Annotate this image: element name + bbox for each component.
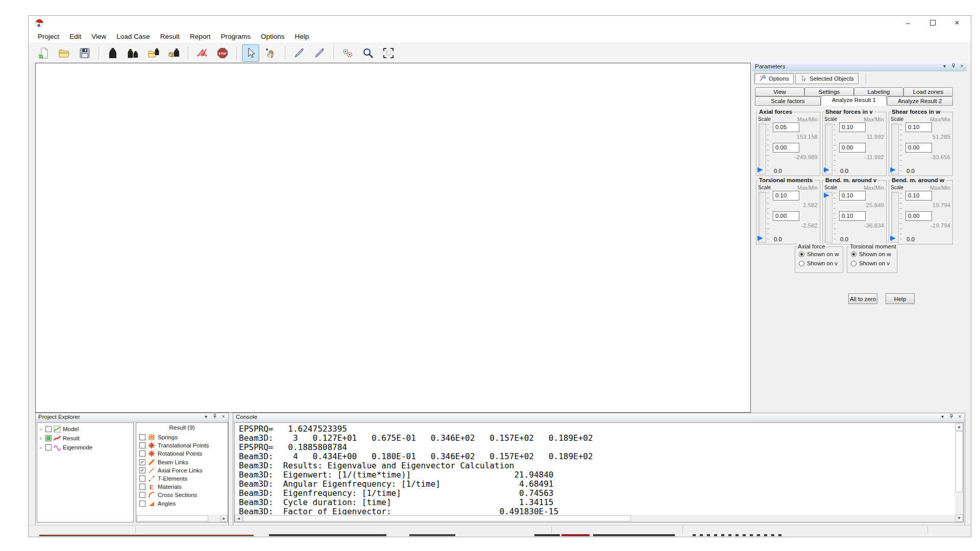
pin-icon[interactable] <box>950 63 957 70</box>
scale-slider-track[interactable] <box>891 192 899 243</box>
list-item-beam-links[interactable]: ✓Beam Links <box>139 459 188 466</box>
scrollbar-thumb[interactable] <box>137 515 208 521</box>
expand-chevron-icon[interactable]: > <box>39 436 43 441</box>
stop-button[interactable]: STOP <box>214 44 231 62</box>
list-checkbox[interactable] <box>139 492 145 498</box>
list-checkbox[interactable] <box>139 500 145 507</box>
radio-option[interactable]: Shown on w <box>851 251 891 257</box>
scale-slider-track[interactable] <box>758 192 766 243</box>
offset-value-input[interactable]: 0.00 <box>773 143 799 153</box>
list-checkbox[interactable]: ✓ <box>139 459 145 465</box>
menu-item-project[interactable]: Project <box>33 30 64 43</box>
scroll-down-icon[interactable]: ▼ <box>955 514 963 522</box>
expand-chevron-icon[interactable]: > <box>39 427 43 432</box>
mode-button-selected-objects[interactable]: Selected Objects <box>795 73 859 84</box>
scale-value-input[interactable]: 0.10 <box>839 191 866 201</box>
list-item-angles[interactable]: Angles <box>139 500 176 507</box>
save-model-button[interactable] <box>76 44 93 62</box>
tree-item-result[interactable]: >Result <box>39 435 80 442</box>
kinematics-button[interactable] <box>339 44 356 62</box>
close-icon[interactable]: × <box>959 63 965 70</box>
draw-link-button[interactable] <box>311 44 328 62</box>
tab-view[interactable]: View <box>755 87 804 96</box>
console-hscrollbar[interactable]: ◄ <box>235 515 955 522</box>
radio-selected-icon[interactable] <box>851 252 856 257</box>
scale-slider-thumb[interactable] <box>757 236 763 241</box>
list-checkbox[interactable] <box>139 484 145 490</box>
list-item-rotational-points[interactable]: Rotational Points <box>139 450 202 457</box>
scale-value-input[interactable]: 0.10 <box>905 191 932 201</box>
radio-unselected-icon[interactable] <box>851 261 856 266</box>
import-load-case-button[interactable] <box>165 44 183 62</box>
radio-option[interactable]: Shown on v <box>799 260 838 266</box>
zoom-extents-button[interactable] <box>380 44 397 62</box>
menu-item-help[interactable]: Help <box>289 30 314 43</box>
draw-beam-button[interactable] <box>290 44 308 62</box>
list-item-translational-points[interactable]: Translational Points <box>139 442 209 449</box>
list-checkbox[interactable] <box>139 450 145 457</box>
tree-checkbox[interactable] <box>45 444 52 450</box>
expand-chevron-icon[interactable]: > <box>39 445 43 450</box>
pin-icon[interactable] <box>948 414 954 420</box>
list-checkbox[interactable] <box>139 434 145 440</box>
menu-item-view[interactable]: View <box>86 30 111 43</box>
list-item-axial-force-links[interactable]: ✓Axial Force Links <box>139 467 203 474</box>
offset-value-input[interactable]: 0.00 <box>905 143 932 153</box>
menu-item-options[interactable]: Options <box>256 30 290 43</box>
scale-slider-thumb[interactable] <box>824 167 829 172</box>
close-icon[interactable]: × <box>957 414 963 420</box>
scale-slider-thumb[interactable] <box>824 193 829 198</box>
scale-slider-track[interactable] <box>825 192 832 243</box>
scale-slider-thumb[interactable] <box>757 167 763 172</box>
scale-slider-thumb[interactable] <box>890 167 896 172</box>
scroll-up-icon[interactable]: ▲ <box>955 423 963 431</box>
close-button[interactable]: × <box>945 16 969 30</box>
list-checkbox[interactable]: ✓ <box>139 467 145 473</box>
load-case-button[interactable] <box>104 44 121 62</box>
tab-load-zones[interactable]: Load zones <box>903 87 953 96</box>
model-3d-viewport[interactable] <box>35 63 751 413</box>
select-tool-button[interactable] <box>242 44 259 62</box>
new-model-button[interactable] <box>35 44 53 62</box>
scale-slider-track[interactable] <box>891 123 899 174</box>
scrollbar-thumb[interactable] <box>955 431 963 492</box>
tree-checkbox[interactable] <box>45 435 52 441</box>
chevron-down-icon[interactable]: ▾ <box>939 414 946 420</box>
offset-value-input[interactable]: 0.00 <box>905 211 932 221</box>
open-model-button[interactable] <box>56 44 73 62</box>
radio-selected-icon[interactable] <box>799 252 804 257</box>
scroll-right-icon[interactable]: ► <box>220 515 228 522</box>
list-item-cross-sections[interactable]: Cross Sections <box>139 491 197 498</box>
list-item-materials[interactable]: EMaterials <box>139 483 182 490</box>
maximize-button[interactable] <box>921 16 944 30</box>
mode-button-options[interactable]: Options <box>754 73 794 84</box>
calculate-button[interactable] <box>193 44 211 62</box>
menu-item-edit[interactable]: Edit <box>64 30 86 43</box>
radio-unselected-icon[interactable] <box>799 261 804 266</box>
scale-value-input[interactable]: 0.10 <box>839 122 866 132</box>
help-button[interactable]: Help <box>886 293 915 304</box>
scale-value-input[interactable]: 0.10 <box>773 191 799 201</box>
pin-icon[interactable] <box>211 414 218 420</box>
tree-checkbox[interactable] <box>45 426 52 432</box>
tab-analyze-result-1[interactable]: Analyze Result 1 <box>821 95 887 106</box>
chevron-down-icon[interactable]: ▾ <box>203 414 209 420</box>
scale-slider-track[interactable] <box>758 123 766 174</box>
zoom-tool-button[interactable] <box>359 44 377 62</box>
list-item-springs[interactable]: Springs <box>139 434 178 441</box>
list-checkbox[interactable] <box>139 475 145 482</box>
scrollbar-thumb[interactable] <box>243 515 631 521</box>
list-item-t-elements[interactable]: T-Elements <box>139 475 187 482</box>
radio-option[interactable]: Shown on w <box>799 251 839 257</box>
radio-option[interactable]: Shown on v <box>851 260 890 266</box>
tab-analyze-result-2[interactable]: Analyze Result 2 <box>887 96 953 106</box>
all-to-zero-button[interactable]: All to zero <box>848 293 877 304</box>
tree-item-model[interactable]: >Model <box>39 425 79 433</box>
console-vscrollbar[interactable]: ▲▼ <box>955 423 963 522</box>
result-list-hscrollbar[interactable]: ► <box>136 515 228 522</box>
tree-item-eigenmode[interactable]: >Eigenmode <box>39 444 92 451</box>
scale-slider-thumb[interactable] <box>890 236 896 241</box>
list-checkbox[interactable] <box>139 442 145 448</box>
offset-value-input[interactable]: 0.00 <box>773 211 799 221</box>
menu-item-result[interactable]: Result <box>155 30 185 43</box>
